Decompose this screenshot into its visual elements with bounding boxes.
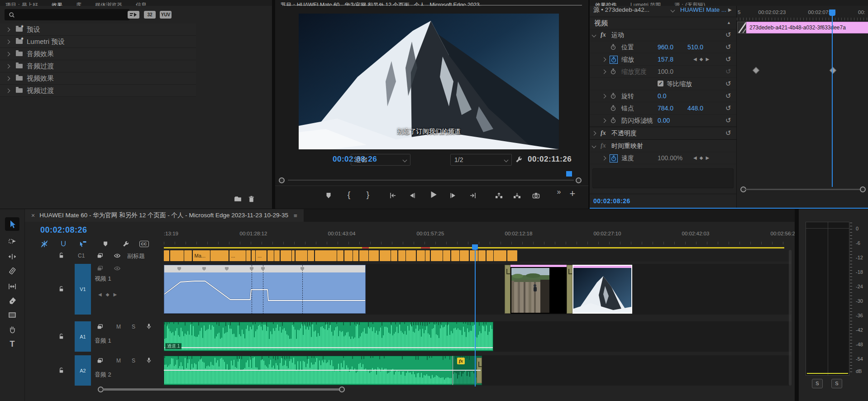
subtitle-clip-segment[interactable] [391,250,397,261]
source-clip-row[interactable]: 源 • 273dedeb-a42... HUAWEI Mate ... ▶ [590,3,736,17]
overlay-track-icon[interactable] [96,265,104,272]
track-name[interactable]: 音频 1 [95,337,111,345]
subtitle-clip-segment[interactable] [460,250,469,261]
chevron-down-icon[interactable] [671,8,675,13]
subtitle-clip-segment[interactable] [274,250,280,261]
effects-folder-row[interactable]: 音频过渡 [0,60,196,72]
subtitle-clip-segment[interactable] [337,250,343,261]
property-value[interactable]: 784.0 [658,102,673,114]
zoom-level-select[interactable]: 适合 [351,154,410,166]
subtitle-clip-segment[interactable] [398,250,405,261]
scrubber-track[interactable] [288,180,574,181]
subtitle-clip-segment[interactable] [406,250,416,261]
property-value[interactable]: 0.00 [658,115,670,126]
snap-magnet-icon[interactable] [57,239,69,249]
video-section-header[interactable]: 视频 ▲ [590,17,736,29]
add-marker-icon[interactable] [323,190,334,201]
expander-icon[interactable] [602,119,606,123]
subtitle-clip-segment[interactable] [164,250,169,261]
chevron-right-icon[interactable] [6,64,10,68]
scrubber-playhead-handle[interactable] [566,171,572,177]
slip-tool[interactable] [5,280,19,293]
reset-parameter-icon[interactable]: ↺ [725,41,731,53]
effects-folder-row[interactable]: 视频过渡 [0,85,196,97]
subtitle-clip-segment[interactable] [478,250,486,261]
type-tool[interactable]: T [5,337,19,351]
delete-icon[interactable] [247,195,256,203]
hand-tool[interactable] [5,322,19,336]
effects-folder-row[interactable]: ★预设 [0,24,196,36]
audio-clip-a1[interactable]: 通道 1 [164,322,493,351]
expander-icon[interactable] [602,57,606,62]
keyframe-diamond[interactable] [753,67,760,74]
subtitle-clip-segment[interactable] [507,250,517,261]
play-icon[interactable] [427,189,439,200]
mark-out-icon[interactable]: } [362,189,374,200]
overlay-track-icon[interactable] [96,252,104,259]
lock-icon[interactable] [58,286,65,292]
lock-icon[interactable] [58,367,65,374]
reset-parameter-icon[interactable]: ↺ [725,115,731,126]
lane-scrollbar[interactable] [737,186,868,193]
subtitle-clip-segment[interactable] [184,250,192,261]
eye-icon[interactable] [114,252,121,259]
playback-resolution-select[interactable]: 1/2 [450,154,512,166]
subtitle-clip-segment[interactable] [170,250,184,261]
panel-divider[interactable] [272,0,275,209]
keyframe-nav-icons[interactable]: ◀◆▶ [693,53,712,65]
chevron-right-icon[interactable] [6,39,10,44]
mark-in-icon[interactable]: { [343,189,355,200]
reset-parameter-icon[interactable]: ↺ [725,102,731,114]
new-custom-bin-icon[interactable] [234,195,242,203]
effects-folder-row[interactable]: ★Lumetri 预设 [0,36,196,48]
solo-button[interactable]: S [132,358,135,364]
reset-parameter-icon[interactable]: ↺ [725,90,731,102]
expander-icon[interactable] [592,33,596,38]
property-value[interactable]: 960.0 [658,41,673,53]
effect-controls-timeline-lane[interactable]: 273dedeb-a421-4b48-a032-3f633dee7a 500:0… [736,6,868,208]
stopwatch-toggle-icon[interactable] [610,43,617,51]
property-value[interactable]: 157.8 [658,53,673,65]
video-clip-cliff[interactable] [510,265,567,314]
play-flyout-icon[interactable]: ▶ [728,3,732,17]
stopwatch-toggle-icon[interactable] [610,105,617,112]
expander-icon[interactable] [602,156,606,161]
effects-folder-row[interactable]: 音频效果 [0,48,196,60]
vscroll-thumb[interactable] [789,250,792,386]
video-clip-mountain-selected[interactable] [572,265,632,314]
timeline-playhead-line[interactable] [475,244,476,387]
track-badge[interactable]: V1 [75,264,91,315]
stopwatch-toggle-icon[interactable] [610,68,617,75]
extract-icon[interactable] [511,190,523,201]
solo-button[interactable]: S [132,324,135,330]
subtitle-clip-segment[interactable] [380,250,391,261]
eye-icon[interactable] [114,265,121,272]
sequence-tab[interactable]: × HUAWEI Mate 60 - 华为官网 和另外 12 个页面 - 个人 … [25,209,304,222]
subtitle-clip-segment[interactable] [431,250,443,261]
track-name[interactable]: 音频 2 [95,371,111,379]
chevron-right-icon[interactable] [6,52,10,56]
property-value[interactable]: 100.0 [658,66,673,77]
32bit-color-badge[interactable]: 32 [144,11,156,19]
subtitle-clip-segment[interactable] [359,250,368,261]
export-frame-camera-icon[interactable] [530,190,542,201]
subtitle-clip-segment[interactable] [486,250,493,261]
mic-icon[interactable] [145,323,153,330]
reset-parameter-icon[interactable]: ↺ [725,29,731,41]
mute-button[interactable]: M [116,324,121,330]
effects-folder-row[interactable]: 视频效果 [0,72,196,85]
short-clip-sliver[interactable] [505,265,510,314]
add-marker-icon[interactable] [100,239,111,249]
captions-cc-icon[interactable]: CC [138,239,150,249]
track-name[interactable]: 视频 1 [95,275,111,283]
volume-rubber-band[interactable] [164,347,493,348]
go-to-out-icon[interactable] [467,190,479,201]
chevron-right-icon[interactable] [6,27,10,32]
button-editor-plus-icon[interactable]: + [567,188,578,199]
subtitle-clip-segment[interactable] [292,250,295,261]
linked-selection-icon[interactable] [77,239,89,249]
stopwatch-toggle-icon[interactable] [610,92,617,100]
panel-divider[interactable] [795,209,799,401]
subtitle-clip-segment[interactable] [252,250,255,261]
snap-nail-toggle-icon[interactable] [38,239,50,249]
